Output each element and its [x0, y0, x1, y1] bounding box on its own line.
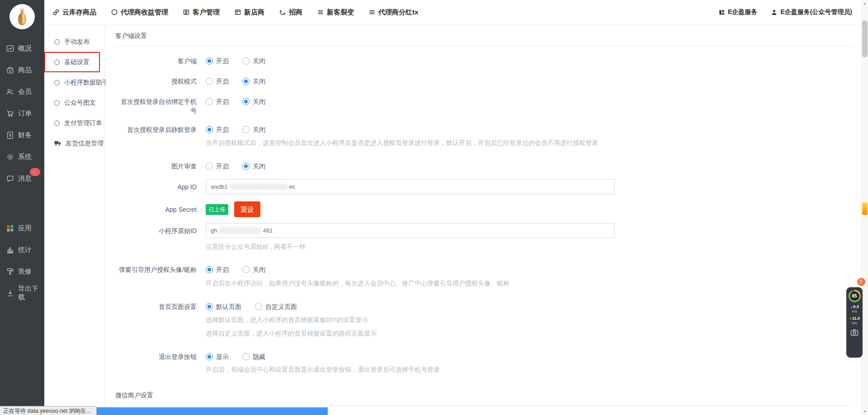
radio-icon[interactable] [242, 163, 250, 170]
orders-icon [6, 109, 14, 118]
form-row-client: 客户端 开启 关闭 [115, 56, 861, 67]
nav-item-new-store[interactable]: 新店商 [234, 8, 264, 17]
radio-icon[interactable] [255, 303, 262, 310]
notification-badge[interactable]: 2 [857, 278, 865, 286]
sidebar-item-members[interactable]: 会员 [0, 81, 44, 103]
radio-icon[interactable] [206, 126, 213, 133]
submenu-label: 小程序数据助手 [64, 79, 108, 87]
sidebar-item-label: 财务 [18, 131, 32, 140]
screenshot-camera-icon[interactable] [850, 329, 859, 336]
nav-item-fission[interactable]: 新客裂变 [317, 8, 354, 17]
radio-icon[interactable] [242, 353, 250, 360]
submenu-item-official-articles[interactable]: 公众号图文 [44, 93, 105, 113]
radio-option-on[interactable]: 开启 [206, 77, 229, 86]
divider [115, 406, 853, 406]
submenu-item-miniapp-data[interactable]: 小程序数据助手 [44, 72, 105, 93]
nav-item-cloud-stock[interactable]: 云库存商品 [52, 8, 96, 17]
nav-item-customer-mgmt[interactable]: 客户管理 [183, 8, 220, 17]
radio-option-on[interactable]: 开启 [206, 125, 229, 134]
download-speed: ▼11.0 K/s [849, 316, 860, 326]
radio-option-hide[interactable]: 隐藏 [242, 352, 265, 361]
radio-option-off[interactable]: 关闭 [242, 162, 265, 171]
form-row-original-id: 小程序原始ID gh 461 注意区分公众号原始id，两者不一样 [115, 223, 861, 251]
finance-icon [6, 131, 14, 140]
radio-option-on[interactable]: 开启 [206, 162, 229, 171]
app-id-input[interactable]: wxdb1 ec [206, 179, 615, 194]
service-entry[interactable]: E企盈服务 [718, 8, 757, 16]
radio-option-on[interactable]: 开启 [206, 97, 229, 106]
panel-icon [183, 9, 190, 16]
section-title-client: 客户端设置 [115, 25, 861, 40]
radio-option-off[interactable]: 关闭 [242, 56, 265, 65]
submenu-item-manual-publish[interactable]: 手动发布 [44, 32, 105, 52]
nav-item-agent-revenue[interactable]: 代理商收益管理 [111, 8, 168, 17]
sidebar-item-apps[interactable]: 应用 [0, 217, 44, 239]
radio-icon[interactable] [206, 163, 213, 170]
form-row-silent-login: 首次授权登录后静默登录 开启 关闭 当开启授权模式后，这里控制会员首次进入小程序… [115, 125, 861, 147]
account-entry[interactable]: E企盈服务(公众号管理员) [771, 8, 852, 16]
radio-icon[interactable] [206, 98, 213, 105]
nav-item-agent-dividend[interactable]: 代理商分红tx [368, 8, 418, 17]
app-id-prefix: wxdb1 [211, 182, 228, 191]
link-icon [52, 9, 60, 16]
sidebar-item-orders[interactable]: 订单 [0, 103, 44, 124]
radio-option-off[interactable]: 关闭 [242, 77, 265, 86]
reset-button[interactable]: 重设 [234, 201, 260, 217]
scroll-down-arrow[interactable]: ▼ [862, 408, 868, 415]
network-monitor-widget[interactable]: 85 ▲0.3 K/s ▼11.0 K/s [846, 287, 863, 358]
radio-icon[interactable] [206, 303, 213, 310]
download-icon [6, 289, 14, 298]
sidebar-item-goods[interactable]: 商品 [0, 59, 44, 81]
field-label: 首页页面设置 [115, 302, 206, 311]
radio-icon[interactable] [206, 78, 213, 85]
submenu-item-payment-orders[interactable]: 支付管理订单 [44, 113, 105, 133]
field-body: gh 461 注意区分公众号原始id，两者不一样 [206, 223, 861, 251]
truck-icon [54, 140, 61, 146]
radio-icon[interactable] [206, 57, 213, 65]
field-help: 开启后，前端会员中心和设置页面显示退出登录按钮，退出登录后可选择手机号登录 [206, 365, 861, 374]
sidebar-item-finance[interactable]: 财务 [0, 124, 44, 146]
account-label: E企盈服务(公众号管理员) [780, 8, 852, 16]
secondary-sidebar: 手动发布 基础设置 小程序数据助手 公众号图文 支付管理订单 发货信息管理 [44, 25, 105, 415]
original-id-input[interactable]: gh 461 [206, 223, 615, 238]
radio-option-custom-page[interactable]: 自定义页面 [255, 302, 297, 311]
radio-option-show[interactable]: 显示 [206, 352, 229, 361]
radio-icon[interactable] [242, 78, 250, 85]
radio-icon[interactable] [242, 57, 250, 65]
form-row-image-review: 图片审查 开启 关闭 [115, 162, 861, 172]
radio-icon[interactable] [206, 353, 213, 360]
avatar[interactable] [9, 4, 35, 29]
radio-icon[interactable] [242, 126, 250, 133]
nav-label: 客户管理 [193, 8, 220, 17]
radio-icon[interactable] [242, 98, 250, 105]
sidebar-item-overview[interactable]: 概况 [0, 37, 44, 59]
panel-icon [234, 9, 241, 16]
sidebar-item-stats[interactable]: 统计 [0, 239, 44, 261]
radio-group: 开启 关闭 开启后在小程序访问，如果用户没有头像昵称的，每次进入会员中心、推广中… [206, 265, 861, 288]
radio-icon[interactable] [242, 266, 250, 273]
sidebar-item-system[interactable]: 系统 [0, 146, 44, 168]
sidebar-item-export[interactable]: 导出下载 [0, 282, 44, 304]
browser-status-bubble: 正在等待 data.yeesoo.net 的响应... [0, 406, 97, 415]
original-id-suffix: 461 [263, 226, 273, 235]
field-label: 图片审查 [115, 162, 206, 171]
radio-option-off[interactable]: 关闭 [242, 265, 265, 274]
radio-option-on[interactable]: 开启 [206, 56, 229, 65]
submenu-item-shipping-info[interactable]: 发货信息管理 [44, 133, 105, 154]
radio-option-default-page[interactable]: 默认页面 [206, 302, 241, 311]
scroll-up-arrow[interactable]: ▲ [862, 0, 868, 7]
scrollbar-thumb[interactable] [862, 20, 868, 57]
field-label: 退出登录按钮 [115, 352, 206, 361]
sidebar-item-decorate[interactable]: 装修 [0, 261, 44, 282]
radio-option-on[interactable]: 开启 [206, 265, 229, 274]
radio-option-off[interactable]: 关闭 [242, 97, 265, 106]
field-help: 当开启授权模式后，这里控制会员首次进入小程序后是否是进入授权页登录进行登录，默认… [206, 138, 861, 147]
nav-item-recruit[interactable]: 招商 [279, 8, 302, 17]
submenu-item-basic-settings[interactable]: 基础设置 [44, 52, 105, 72]
radio-icon[interactable] [206, 266, 213, 273]
sidebar-item-label: 统计 [18, 246, 32, 254]
submenu-label: 支付管理订单 [64, 119, 102, 127]
radio-option-off[interactable]: 关闭 [242, 125, 265, 134]
sidebar-item-messages[interactable]: 消息 ... [0, 168, 44, 189]
menu-icon [317, 9, 324, 16]
